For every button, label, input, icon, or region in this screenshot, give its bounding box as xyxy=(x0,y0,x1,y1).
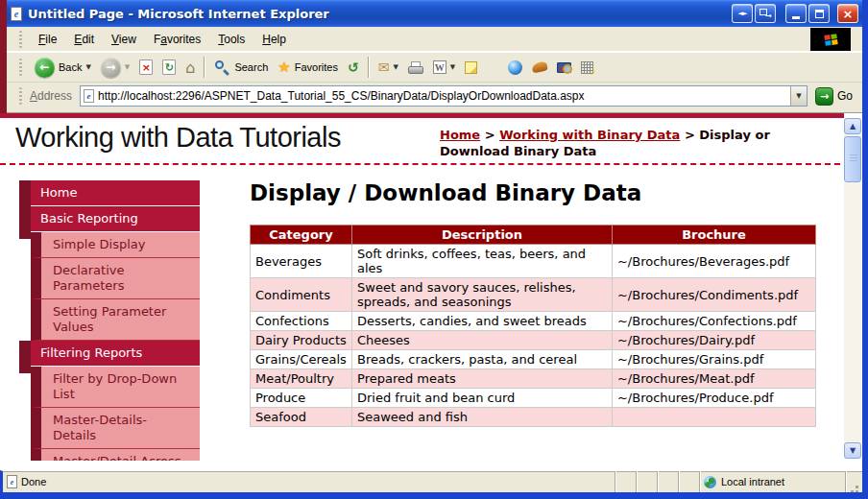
page-title: Display / Download Binary Data xyxy=(250,180,816,205)
cell-category: Dairy Products xyxy=(251,331,352,350)
toolbar-grip[interactable] xyxy=(19,59,22,76)
messenger-note-button[interactable] xyxy=(460,59,482,76)
maximize-button[interactable] xyxy=(808,4,830,23)
address-input[interactable] xyxy=(98,87,790,105)
menu-item-tools[interactable]: Tools xyxy=(209,29,253,50)
breadcrumb-link-working-with-binary-data[interactable]: Working with Binary Data xyxy=(499,128,680,142)
sidebar-item-declarative-parameters[interactable]: Declarative Parameters xyxy=(31,258,200,299)
window-right-border xyxy=(862,0,868,499)
standard-buttons-toolbar: ← Back ▼ → ▼ × ↻ ⌂ Search ★ Favorites ↺ … xyxy=(0,52,862,83)
sidebar-item-filtering-reports[interactable]: Filtering Reports xyxy=(31,341,200,367)
sidebar-item-label: Home xyxy=(40,185,77,200)
sidebar-item-filter-by-drop-down-list[interactable]: Filter by Drop-Down List xyxy=(31,367,200,408)
back-label: Back xyxy=(59,61,82,73)
history-button[interactable]: ↺ xyxy=(343,58,364,77)
main-content: Display / Download Binary Data CategoryD… xyxy=(250,180,816,427)
minimize-button[interactable] xyxy=(785,4,807,23)
table-row: BeveragesSoft drinks, coffees, teas, bee… xyxy=(251,245,816,278)
bolt-icon: ⚡ xyxy=(591,67,596,77)
refresh-button[interactable]: ↻ xyxy=(157,58,181,77)
cell-description: Soft drinks, coffees, teas, beers, and a… xyxy=(352,245,613,278)
cell-brochure: ~/Brochures/Dairy.pdf xyxy=(612,331,815,350)
category-table-header-row: CategoryDescriptionBrochure xyxy=(251,226,816,245)
menu-bar: FileEditViewFavoritesToolsHelp xyxy=(0,27,862,52)
scroll-down-button[interactable]: ▼ xyxy=(844,442,861,459)
cell-brochure: ~/Brochures/Produce.pdf xyxy=(612,389,815,408)
stop-icon: × xyxy=(139,59,153,75)
sidebar-item-master-details-details[interactable]: Master-Details-Details xyxy=(31,408,200,449)
cell-description: Sweet and savory sauces, relishes, sprea… xyxy=(352,278,613,312)
plugin-research-button[interactable] xyxy=(552,60,576,75)
sidebar-menu: HomeBasic ReportingSimple DisplayDeclara… xyxy=(19,180,200,461)
favorites-button[interactable]: ★ Favorites xyxy=(273,57,343,78)
scrollbar-thumb[interactable] xyxy=(844,136,861,182)
address-bar: Address e ▼ → Go xyxy=(0,83,862,109)
scroll-up-button[interactable]: ▲ xyxy=(844,118,861,134)
vertical-scrollbar[interactable]: ▲ ▼ xyxy=(844,118,861,459)
sidebar-item-label: Filter by Drop-Down List xyxy=(53,371,177,401)
cell-brochure: ~/Brochures/Condiments.pdf xyxy=(612,278,815,312)
sidebar-item-label: Declarative Parameters xyxy=(53,263,124,293)
sidebar-item-master-detail-across-two-pages[interactable]: Master/Detail Across Two Pages xyxy=(31,449,200,461)
print-button[interactable] xyxy=(403,59,428,76)
menu-item-file[interactable]: File xyxy=(30,29,65,50)
search-button[interactable]: Search xyxy=(209,58,273,78)
popout-icon: → xyxy=(760,9,771,18)
mail-button[interactable]: ✉ ▼ xyxy=(374,58,403,77)
edit-with-word-button[interactable]: W ▼ xyxy=(428,59,460,76)
window-buttons: ◄► → × xyxy=(732,4,858,23)
plugin-shoe-button[interactable] xyxy=(527,60,552,74)
mail-dropdown-icon[interactable]: ▼ xyxy=(393,63,398,71)
nav-arrows-icon: ◄► xyxy=(738,10,747,17)
back-dropdown-icon[interactable]: ▼ xyxy=(85,63,90,71)
forward-button[interactable]: → ▼ xyxy=(96,56,134,80)
breadcrumb-link-home[interactable]: Home xyxy=(440,128,480,142)
sidebar-item-label: Filtering Reports xyxy=(40,345,142,360)
address-dropdown-button[interactable]: ▼ xyxy=(790,86,807,106)
minimize-icon xyxy=(792,16,800,19)
ie-throbber xyxy=(810,28,851,51)
stop-x: × xyxy=(142,61,151,74)
menu-item-edit[interactable]: Edit xyxy=(65,29,103,50)
go-button[interactable]: → Go xyxy=(808,87,862,106)
grid-icon: ⚡ xyxy=(581,61,593,74)
sidebar-item-simple-display[interactable]: Simple Display xyxy=(31,232,200,258)
plugin-sphere-button[interactable] xyxy=(503,59,527,77)
plugin-grid-button[interactable]: ⚡ xyxy=(576,59,598,76)
menu-item-favorites[interactable]: Favorites xyxy=(145,29,209,50)
resize-grip[interactable] xyxy=(845,471,862,492)
toolbar-separator xyxy=(204,57,205,78)
back-button[interactable]: ← Back ▼ xyxy=(30,56,96,80)
cell-description: Seaweed and fish xyxy=(352,408,613,427)
window-nav-arrows-button[interactable]: ◄► xyxy=(732,4,753,23)
favorites-label: Favorites xyxy=(295,61,338,73)
menu-item-help[interactable]: Help xyxy=(253,29,295,50)
cell-category: Beverages xyxy=(251,245,352,278)
security-zone-label: Local intranet xyxy=(721,476,784,487)
status-pane-empty xyxy=(678,471,699,492)
cell-description: Dried fruit and bean curd xyxy=(352,389,613,408)
sidebar-item-setting-parameter-values[interactable]: Setting Parameter Values xyxy=(31,299,200,341)
menu-item-view[interactable]: View xyxy=(103,29,145,50)
status-pane-done: e Done xyxy=(3,471,615,492)
address-field: e ▼ xyxy=(80,85,808,107)
page-header: Working with Data Tutorials Home > Worki… xyxy=(0,118,840,165)
close-button[interactable]: × xyxy=(837,4,858,23)
home-button[interactable]: ⌂ xyxy=(181,57,200,79)
sidebar-item-label: Master-Details-Details xyxy=(53,413,147,442)
cell-brochure: ~/Brochures/Confections.pdf xyxy=(612,312,815,331)
sidebar-item-label: Master/Detail Across Two Pages xyxy=(53,454,181,461)
addressbar-grip[interactable] xyxy=(19,87,22,105)
stop-button[interactable]: × xyxy=(134,58,157,77)
sidebar-item-basic-reporting[interactable]: Basic Reporting xyxy=(31,206,200,232)
title-bar[interactable]: e Untitled Page - Microsoft Internet Exp… xyxy=(0,0,868,27)
menubar-grip[interactable] xyxy=(19,31,22,48)
forward-icon: → xyxy=(101,58,121,78)
go-label: Go xyxy=(837,89,853,103)
window-popout-button[interactable]: → xyxy=(755,4,776,23)
maximize-icon xyxy=(815,10,824,18)
status-pane-empty xyxy=(657,471,678,492)
word-dropdown-icon[interactable]: ▼ xyxy=(450,63,455,71)
sidebar-item-home[interactable]: Home xyxy=(31,180,200,206)
table-row: ConfectionsDesserts, candies, and sweet … xyxy=(251,312,816,331)
